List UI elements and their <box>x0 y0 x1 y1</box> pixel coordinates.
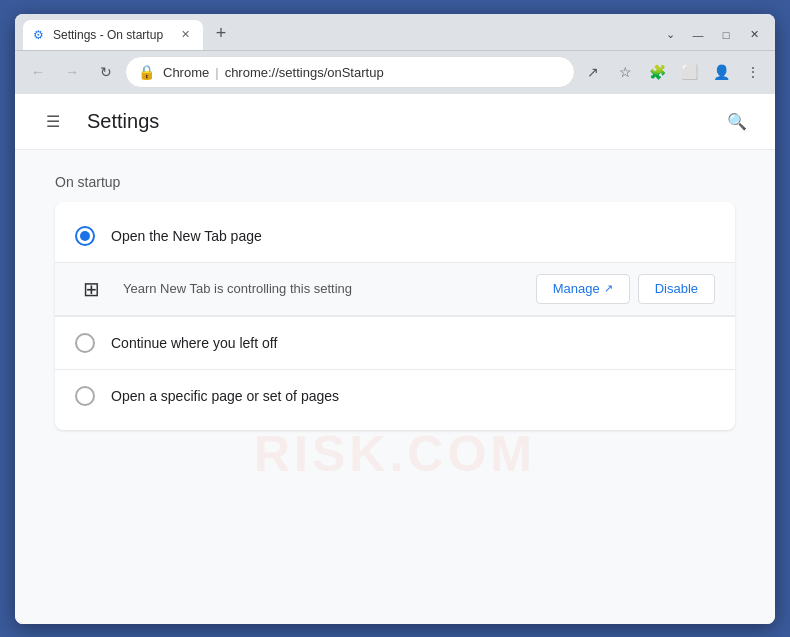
option-row-continue[interactable]: Continue where you left off <box>55 317 735 369</box>
manage-button[interactable]: Manage ↗ <box>536 274 630 304</box>
section-title: On startup <box>55 174 735 190</box>
radio-specific[interactable] <box>75 386 95 406</box>
options-card: Open the New Tab page ⊞ Yearn New Tab is… <box>55 202 735 430</box>
extension-row: ⊞ Yearn New Tab is controlling this sett… <box>55 262 735 316</box>
browser-name-label: Chrome <box>163 65 209 80</box>
new-tab-button[interactable]: + <box>207 20 235 48</box>
option-label-specific: Open a specific page or set of pages <box>111 388 715 404</box>
extension-app-icon: ⊞ <box>75 273 107 305</box>
profile-icon[interactable]: 👤 <box>707 58 735 86</box>
disable-button[interactable]: Disable <box>638 274 715 304</box>
bookmark-icon[interactable]: ☆ <box>611 58 639 86</box>
share-icon[interactable]: ↗ <box>579 58 607 86</box>
hamburger-button[interactable]: ☰ <box>35 103 71 139</box>
dropdown-button[interactable]: ⌄ <box>657 24 683 46</box>
reload-button[interactable]: ↻ <box>91 57 121 87</box>
disable-label: Disable <box>655 281 698 296</box>
window-controls: ⌄ — □ ✕ <box>657 24 767 46</box>
address-bar[interactable]: 🔒 Chrome | chrome://settings/onStartup <box>125 56 575 88</box>
address-text: Chrome | chrome://settings/onStartup <box>163 65 562 80</box>
settings-header: ☰ Settings 🔍 <box>15 94 775 150</box>
maximize-button[interactable]: □ <box>713 24 739 46</box>
menu-icon[interactable]: ⋮ <box>739 58 767 86</box>
page-content: PC RISK.COM ☰ Settings 🔍 On startup Open… <box>15 94 775 624</box>
address-separator: | <box>215 65 218 80</box>
tab-close-button[interactable]: ✕ <box>177 27 193 43</box>
toolbar: ← → ↻ 🔒 Chrome | chrome://settings/onSta… <box>15 50 775 94</box>
settings-main: On startup Open the New Tab page ⊞ Yearn… <box>15 150 775 624</box>
url-label: chrome://settings/onStartup <box>225 65 384 80</box>
tab-area: ⚙ Settings - On startup ✕ + <box>23 20 649 50</box>
option-label-open-new-tab: Open the New Tab page <box>111 228 715 244</box>
sidebar-icon[interactable]: ⬜ <box>675 58 703 86</box>
security-icon: 🔒 <box>138 64 155 80</box>
title-bar: ⚙ Settings - On startup ✕ + ⌄ — □ ✕ <box>15 14 775 50</box>
option-row-open-new-tab[interactable]: Open the New Tab page <box>55 210 735 262</box>
search-button[interactable]: 🔍 <box>719 103 755 139</box>
active-tab[interactable]: ⚙ Settings - On startup ✕ <box>23 20 203 50</box>
back-button[interactable]: ← <box>23 57 53 87</box>
forward-button[interactable]: → <box>57 57 87 87</box>
close-button[interactable]: ✕ <box>741 24 767 46</box>
settings-page-title: Settings <box>87 110 703 133</box>
extensions-icon[interactable]: 🧩 <box>643 58 671 86</box>
browser-window: ⚙ Settings - On startup ✕ + ⌄ — □ ✕ ← → … <box>15 14 775 624</box>
extension-text: Yearn New Tab is controlling this settin… <box>123 281 520 296</box>
toolbar-icons: ↗ ☆ 🧩 ⬜ 👤 ⋮ <box>579 58 767 86</box>
minimize-button[interactable]: — <box>685 24 711 46</box>
tab-label: Settings - On startup <box>53 28 163 42</box>
option-row-specific[interactable]: Open a specific page or set of pages <box>55 370 735 422</box>
option-label-continue: Continue where you left off <box>111 335 715 351</box>
extension-actions: Manage ↗ Disable <box>536 274 715 304</box>
radio-open-new-tab[interactable] <box>75 226 95 246</box>
radio-continue[interactable] <box>75 333 95 353</box>
manage-external-icon: ↗ <box>604 282 613 295</box>
tab-favicon: ⚙ <box>33 28 47 42</box>
manage-label: Manage <box>553 281 600 296</box>
